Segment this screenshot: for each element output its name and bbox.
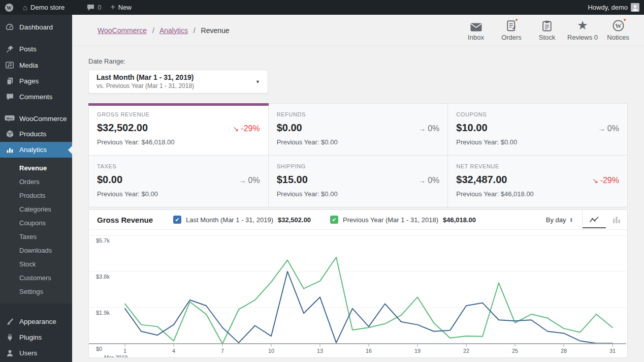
sidebar-item-pages[interactable]: Pages xyxy=(0,73,72,89)
media-icon xyxy=(5,61,15,70)
submenu-item-taxes[interactable]: Taxes xyxy=(0,230,72,244)
interval-select[interactable]: By day ▲▼ xyxy=(537,216,582,224)
breadcrumb-analytics-link[interactable]: Analytics xyxy=(159,26,188,35)
summary-change: →0% xyxy=(418,124,439,133)
summary-card-refunds[interactable]: REFUNDS $0.00 →0% Previous Year: $0.00 xyxy=(269,104,448,155)
summary-numbers: GROSS REVENUE $32,502.00 ↘-29% Previous … xyxy=(88,103,628,207)
woocommerce-icon: Woo xyxy=(5,114,15,123)
sidebar-item-woocommerce[interactable]: Woo WooCommerce xyxy=(0,111,72,126)
summary-value: $15.00 xyxy=(277,174,308,186)
summary-card-taxes[interactable]: TAXES $0.00 →0% Previous Year: $0.00 xyxy=(89,156,268,207)
selected-card-accent xyxy=(88,103,269,106)
summary-card-shipping[interactable]: SHIPPING $15.00 →0% Previous Year: $0.00 xyxy=(269,156,448,207)
submenu-item-downloads[interactable]: Downloads xyxy=(0,244,72,257)
svg-text:W: W xyxy=(7,5,12,10)
sidebar-item-comments[interactable]: Comments xyxy=(0,89,72,105)
summary-change: ↘-29% xyxy=(233,124,260,133)
submenu-item-stock[interactable]: Stock xyxy=(0,257,72,271)
unread-badge-dot xyxy=(514,18,519,22)
sidebar-item-products[interactable]: Products xyxy=(0,126,72,142)
activity-label: Reviews 0 xyxy=(567,34,598,41)
svg-text:19: 19 xyxy=(414,348,421,354)
submenu-item-settings[interactable]: Settings xyxy=(0,285,72,298)
legend-item-last-month[interactable]: ✔ Last Month (Mar 1 - 31, 2019) $32,502.… xyxy=(173,216,311,224)
summary-label: NET REVENUE xyxy=(456,163,619,169)
wp-logo-menu[interactable]: W xyxy=(0,0,18,15)
sidebar-item-label: Users xyxy=(19,349,37,357)
stock-clipboard-icon xyxy=(542,19,552,32)
date-range-select[interactable]: Last Month (Mar 1 - 31, 2019) vs. Previo… xyxy=(88,70,268,94)
bar-chart-type-button[interactable] xyxy=(606,211,627,228)
checkbox-checked-icon[interactable]: ✔ xyxy=(173,216,181,224)
comments-count: 0 xyxy=(98,4,101,11)
activity-label: Stock xyxy=(539,34,556,41)
admin-sidebar: Dashboard Posts Media Pages Comments Woo… xyxy=(0,15,72,362)
submenu-item-customers[interactable]: Customers xyxy=(0,271,72,285)
submenu-item-categories[interactable]: Categories xyxy=(0,202,72,216)
legend-label: Previous Year (Mar 1 - 31, 2018) xyxy=(343,216,438,224)
summary-value: $0.00 xyxy=(97,174,122,186)
summary-label: COUPONS xyxy=(456,111,619,117)
trend-down-icon: ↘ xyxy=(592,176,598,185)
products-box-icon xyxy=(5,130,15,138)
summary-previous: Previous Year: $0.00 xyxy=(277,190,440,198)
summary-previous: Previous Year: $46,018.00 xyxy=(97,138,260,146)
summary-change: →0% xyxy=(239,176,260,185)
sidebar-item-users[interactable]: Users xyxy=(0,345,72,361)
dashboard-icon xyxy=(5,22,15,32)
submenu-item-orders[interactable]: Orders xyxy=(0,175,72,189)
site-name-menu[interactable]: ⌂ Demo store xyxy=(18,0,69,15)
sidebar-item-dashboard[interactable]: Dashboard xyxy=(0,19,72,35)
pages-icon xyxy=(5,77,15,85)
summary-card-net-revenue[interactable]: NET REVENUE $32,487.00 ↘-29% Previous Ye… xyxy=(448,156,627,207)
revenue-line-chart[interactable]: $0$1.9k$3.8k$5.7k1471013161922252831Mar … xyxy=(89,230,626,358)
activity-stock-button[interactable]: Stock xyxy=(529,19,565,41)
breadcrumb-current: Revenue xyxy=(201,26,230,35)
home-icon: ⌂ xyxy=(23,4,27,11)
legend-total: $46,018.00 xyxy=(443,216,476,224)
sidebar-item-posts[interactable]: Posts xyxy=(0,41,72,57)
interval-value: By day xyxy=(546,216,566,224)
admin-bar: W ⌂ Demo store 0 + New Howdy, demo xyxy=(0,0,644,15)
comments-menu[interactable]: 0 xyxy=(82,0,106,15)
svg-text:4: 4 xyxy=(172,348,175,354)
summary-previous: Previous Year: $0.00 xyxy=(277,138,440,146)
trend-flat-icon: → xyxy=(598,125,605,133)
analytics-bar-chart-icon xyxy=(5,145,15,154)
sidebar-item-analytics[interactable]: Analytics xyxy=(0,142,72,158)
summary-card-gross-revenue[interactable]: GROSS REVENUE $32,502.00 ↘-29% Previous … xyxy=(89,104,268,155)
line-chart-type-button[interactable] xyxy=(583,211,606,228)
submenu-item-coupons[interactable]: Coupons xyxy=(0,216,72,230)
summary-label: REFUNDS xyxy=(277,111,440,117)
sidebar-item-media[interactable]: Media xyxy=(0,57,72,73)
line-chart-icon xyxy=(589,216,599,223)
legend-item-previous-year[interactable]: ✔ Previous Year (Mar 1 - 31, 2018) $46,0… xyxy=(330,216,476,224)
sidebar-item-appearance[interactable]: Appearance xyxy=(0,314,72,329)
summary-value: $32,502.00 xyxy=(97,122,148,134)
wordpress-logo-icon: W xyxy=(5,3,14,12)
site-name: Demo store xyxy=(30,4,65,11)
revenue-chart-card: Gross Revenue ✔ Last Month (Mar 1 - 31, … xyxy=(88,209,628,358)
submenu-item-products[interactable]: Products xyxy=(0,189,72,202)
activity-orders-button[interactable]: Orders xyxy=(494,19,529,41)
checkbox-checked-icon[interactable]: ✔ xyxy=(330,216,338,224)
sidebar-item-label: Products xyxy=(19,130,46,138)
activity-reviews-button[interactable]: ★ Reviews 0 xyxy=(565,19,600,41)
breadcrumb-woocommerce-link[interactable]: WooCommerce xyxy=(98,26,147,35)
summary-card-coupons[interactable]: COUPONS $10.00 →0% Previous Year: $0.00 xyxy=(448,104,627,155)
submenu-item-revenue[interactable]: Revenue xyxy=(0,161,72,175)
howdy-text: Howdy, demo xyxy=(588,4,628,11)
activity-label: Inbox xyxy=(468,34,484,41)
trend-down-icon: ↘ xyxy=(233,125,239,133)
breadcrumb-separator: / xyxy=(152,26,154,35)
activity-inbox-button[interactable]: Inbox xyxy=(458,19,494,41)
svg-text:13: 13 xyxy=(317,348,323,354)
sidebar-item-plugins[interactable]: Plugins xyxy=(0,329,72,345)
summary-label: TAXES xyxy=(97,163,260,169)
svg-text:31: 31 xyxy=(609,348,616,354)
my-account-menu[interactable]: Howdy, demo xyxy=(583,0,644,15)
activity-notices-button[interactable]: W Notices xyxy=(600,19,636,41)
orders-icon xyxy=(507,19,516,32)
new-content-menu[interactable]: + New xyxy=(106,0,136,15)
sidebar-item-label: Media xyxy=(19,62,38,69)
